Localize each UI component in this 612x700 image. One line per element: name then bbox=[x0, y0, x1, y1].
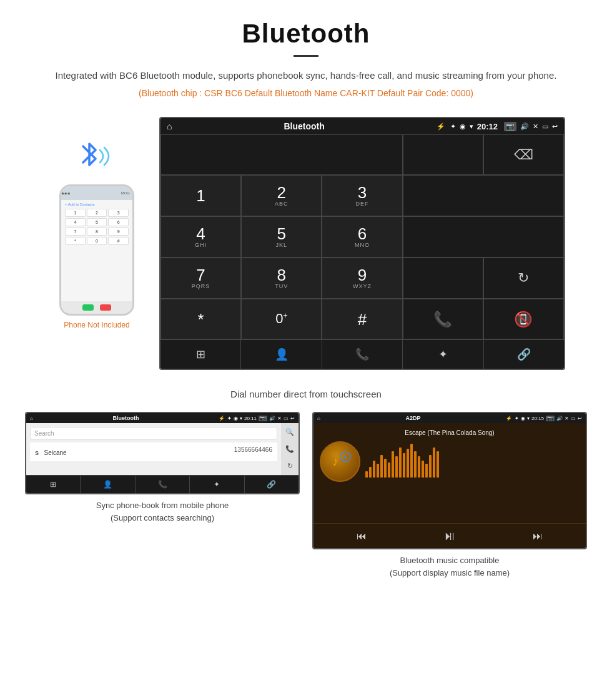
vis-bar bbox=[422, 461, 424, 477]
page-header: Bluetooth Integrated with BC6 Bluetooth … bbox=[0, 0, 612, 117]
ms-back-icon: ↩ bbox=[578, 416, 582, 421]
dial-key-7[interactable]: 7 PQRS bbox=[160, 258, 241, 299]
dial-refresh[interactable]: ↻ bbox=[483, 258, 564, 299]
phonebook-search[interactable]: Search bbox=[30, 427, 277, 440]
page-specs: (Bluetooth chip : CSR BC6 Default Blueto… bbox=[37, 88, 575, 98]
svg-text:♪: ♪ bbox=[332, 454, 338, 468]
ms-home-icon: ⌂ bbox=[317, 416, 320, 421]
pb-nav-grid[interactable]: ⊞ bbox=[26, 476, 81, 493]
phone-key-0: 0 bbox=[87, 237, 107, 245]
dial-sub-5: JKL bbox=[276, 242, 288, 248]
nav-phone[interactable]: 📞 bbox=[322, 340, 403, 369]
music-item: ⌂ A2DP ⚡ ✦ ◉ ▾ 20:15 📷 🔊 ✕ ▭ ↩ Escape (T… bbox=[312, 412, 587, 579]
ms-usb-icon: ⚡ bbox=[506, 416, 512, 421]
pb-back-icon: ↩ bbox=[290, 416, 295, 421]
contact-number: 13566664466 bbox=[234, 446, 272, 458]
phone-dialpad: 1 2 3 4 5 6 7 8 9 * 0 # bbox=[65, 209, 129, 245]
pb-sidebar-refresh-icon: ↻ bbox=[287, 462, 293, 470]
phone-key-9: 9 bbox=[108, 228, 129, 236]
nav-grid[interactable]: ⊞ bbox=[160, 340, 241, 369]
dial-key-9[interactable]: 9 WXYZ bbox=[322, 258, 402, 299]
pb-cam-icon: 📷 bbox=[259, 416, 267, 421]
pb-nav-bt[interactable]: ✦ bbox=[190, 476, 244, 493]
pb-nav-link[interactable]: 🔗 bbox=[245, 476, 299, 493]
phone-screen-top: ●●● MOG bbox=[61, 186, 132, 200]
prev-track-button[interactable]: ⏮ bbox=[357, 531, 367, 542]
phonebook-caption: Sync phone-book from mobile phone (Suppo… bbox=[96, 499, 229, 524]
vis-bar bbox=[377, 464, 379, 478]
status-icons: ✦ ◉ ▾ 20:12 📷 🔊 ✕ ▭ ↩ bbox=[450, 122, 558, 131]
dial-key-star[interactable]: * bbox=[160, 299, 241, 339]
ms-win-icon: ▭ bbox=[571, 416, 576, 421]
phone-not-included-label: Phone Not Included bbox=[64, 321, 129, 329]
nav-bluetooth[interactable]: ✦ bbox=[403, 340, 483, 369]
window-icon: ▭ bbox=[542, 122, 548, 131]
contact-name: Seicane bbox=[44, 449, 66, 456]
vis-bar bbox=[407, 449, 409, 478]
dial-num-3: 3 bbox=[358, 184, 367, 201]
phonebook-sidebar: 🔍 📞 ↻ bbox=[281, 423, 299, 475]
svg-text:✦: ✦ bbox=[343, 454, 348, 461]
dial-call-red-btn[interactable]: 📵 bbox=[483, 299, 564, 339]
music-caption: Bluetooth music compatible (Support disp… bbox=[390, 554, 510, 579]
camera-icon: 📷 bbox=[504, 122, 516, 131]
dial-num-6: 6 bbox=[358, 226, 367, 242]
pb-nav-phone[interactable]: 📞 bbox=[136, 476, 190, 493]
dial-key-hash[interactable]: # bbox=[322, 299, 402, 339]
pb-loc-icon: ◉ bbox=[234, 416, 238, 421]
page-description: Integrated with BC6 Bluetooth module, su… bbox=[37, 68, 575, 83]
pb-sidebar-search-icon: 🔍 bbox=[285, 428, 294, 436]
dial-key-0[interactable]: 0+ bbox=[241, 299, 322, 339]
vis-bar bbox=[392, 451, 394, 478]
ms-vol-icon: 🔊 bbox=[556, 416, 563, 421]
dial-call-green-btn[interactable]: 📞 bbox=[403, 299, 483, 339]
music-body: Escape (The Pina Colada Song) ♪ ✦ bbox=[313, 423, 586, 523]
pb-usb-icon: ⚡ bbox=[219, 416, 225, 421]
dial-sub-4: GHI bbox=[195, 242, 207, 248]
phone-key-8: 8 bbox=[87, 228, 107, 236]
dial-sub-2: ABC bbox=[275, 201, 289, 207]
title-divider bbox=[294, 55, 318, 57]
phone-end-button bbox=[100, 304, 111, 311]
nav-person[interactable]: 👤 bbox=[241, 340, 322, 369]
dial-key-1[interactable]: 1 bbox=[160, 175, 241, 216]
vis-bar bbox=[384, 459, 387, 478]
dial-sub-9: WXYZ bbox=[353, 283, 372, 289]
dial-num-1: 1 bbox=[196, 188, 205, 204]
play-pause-button[interactable]: ⏯ bbox=[443, 529, 456, 543]
dial-key-6[interactable]: 6 MNO bbox=[322, 216, 402, 258]
contact-letter: S bbox=[35, 450, 39, 456]
phone-add-contact-label: + Add to Contacts bbox=[65, 202, 129, 206]
vis-bar bbox=[373, 461, 375, 477]
pb-close-icon: ✕ bbox=[277, 416, 282, 421]
dial-num-hash: # bbox=[358, 311, 367, 328]
dial-key-2[interactable]: 2 ABC bbox=[241, 175, 322, 216]
phone-key-7: 7 bbox=[65, 228, 86, 236]
dial-key-5[interactable]: 5 JKL bbox=[241, 216, 322, 258]
nav-link[interactable]: 🔗 bbox=[484, 340, 564, 369]
phonebook-body: Search S Seicane 13566664466 🔍 📞 ↻ bbox=[26, 423, 299, 475]
bluetooth-graphic bbox=[66, 136, 128, 179]
phone-key-2: 2 bbox=[87, 209, 107, 217]
dial-key-4[interactable]: 4 GHI bbox=[160, 216, 241, 258]
dial-key-8[interactable]: 8 TUV bbox=[241, 258, 322, 299]
contact-row: S Seicane bbox=[35, 446, 67, 458]
vis-bar bbox=[403, 453, 405, 477]
pb-bt-icon: ✦ bbox=[227, 416, 232, 421]
page-title: Bluetooth bbox=[37, 19, 575, 49]
ms-cam-icon: 📷 bbox=[546, 416, 555, 421]
pb-nav-person[interactable]: 👤 bbox=[81, 476, 135, 493]
phone-key-3: 3 bbox=[108, 209, 129, 217]
dial-sub-7: PQRS bbox=[192, 283, 210, 289]
pb-win-icon: ▭ bbox=[284, 416, 289, 421]
phone-key-1: 1 bbox=[65, 209, 86, 217]
screen-statusbar: ⌂ Bluetooth ⚡ ✦ ◉ ▾ 20:12 📷 🔊 ✕ ▭ ↩ bbox=[160, 118, 564, 134]
dial-empty-6 bbox=[403, 258, 483, 299]
ms-status-icons: ✦ ◉ ▾ 20:15 📷 🔊 ✕ ▭ ↩ bbox=[515, 416, 582, 421]
next-track-button[interactable]: ⏭ bbox=[533, 531, 543, 542]
volume-icon: 🔊 bbox=[520, 122, 529, 131]
music-visualizer bbox=[365, 446, 580, 478]
dial-display[interactable] bbox=[403, 134, 483, 175]
dial-key-3[interactable]: 3 DEF bbox=[322, 175, 402, 216]
dial-backspace[interactable]: ⌫ bbox=[483, 134, 564, 175]
